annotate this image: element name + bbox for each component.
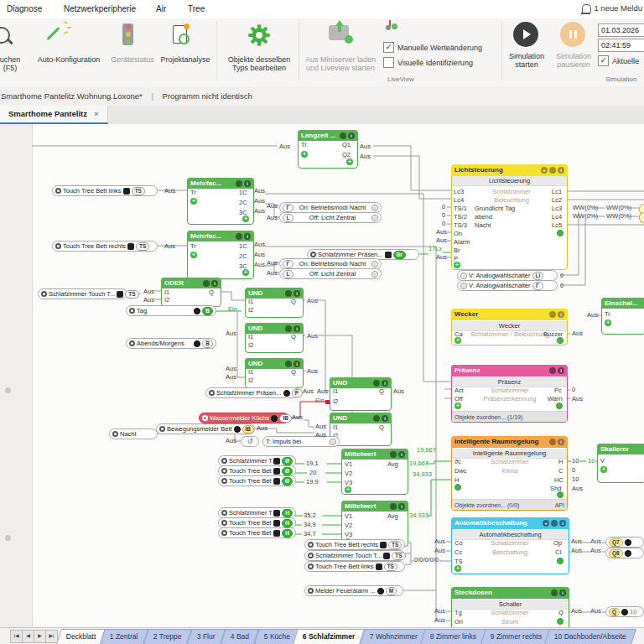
info-icon[interactable]: i bbox=[558, 367, 564, 374]
add-input-icon[interactable]: + bbox=[600, 466, 607, 473]
info-icon[interactable]: i bbox=[211, 280, 218, 287]
current-time-checkbox[interactable]: ✓ bbox=[598, 55, 609, 66]
ref-actuator-q[interactable]: Q 10 bbox=[605, 606, 644, 617]
config-icon[interactable] bbox=[549, 367, 556, 374]
simulation-pause-button[interactable]: Simulationpausieren bbox=[552, 52, 595, 69]
info-icon[interactable]: i bbox=[244, 233, 251, 240]
menu-diagnose[interactable]: Diagnose bbox=[7, 4, 42, 13]
ref-timer-icon[interactable]: ↺ bbox=[241, 436, 259, 447]
add-input-icon[interactable]: + bbox=[454, 565, 461, 572]
add-input-icon[interactable]: + bbox=[345, 486, 351, 493]
simulation-time-field[interactable]: 02:41:59 bbox=[598, 39, 644, 52]
add-output-icon[interactable]: + bbox=[242, 269, 249, 276]
ref-timer-impuls[interactable]: T: Impuls bei i bbox=[262, 436, 340, 447]
ref-touch-tree-bett-links[interactable]: Touch Tree Bett links TS bbox=[52, 185, 158, 196]
ref-bewegungsmelder-bett[interactable]: Bewegungsmelder Bett IB bbox=[156, 423, 255, 434]
config-icon[interactable] bbox=[390, 451, 397, 458]
add-input-icon[interactable]: + bbox=[605, 319, 611, 326]
add-icon[interactable]: + bbox=[541, 167, 548, 174]
ref-wassermelder-kueche[interactable]: Wassermelder Küche IB bbox=[199, 413, 289, 423]
assign-objects-footer[interactable]: Objekte zuordnen... (0/0)API bbox=[452, 499, 567, 510]
visual-identification-row[interactable]: Visuelle Identifizierung bbox=[383, 57, 473, 68]
add-input-icon[interactable]: + bbox=[190, 252, 197, 258]
info-icon[interactable]: i bbox=[558, 311, 564, 318]
config-icon[interactable] bbox=[373, 415, 380, 422]
config-icon[interactable] bbox=[549, 311, 556, 318]
edit-objects-button[interactable]: Objekte desselbenTyps bearbeiten bbox=[218, 55, 300, 72]
ref-tag[interactable]: Tag B bbox=[126, 305, 216, 316]
sheet-tab-1-zentral[interactable]: 1 Zentral bbox=[100, 629, 148, 644]
ref-analogwahlschalter-gamma[interactable]: i V: Analogwahlschalter Γ bbox=[457, 280, 558, 291]
ref-touch-rechts-humidity[interactable]: Touch Tree Bett rechts H bbox=[218, 527, 296, 538]
info-icon[interactable]: i bbox=[382, 380, 388, 387]
add-input-icon[interactable]: + bbox=[454, 337, 461, 344]
config-icon[interactable] bbox=[285, 290, 292, 297]
simulation-pause-icon[interactable] bbox=[560, 22, 585, 47]
info-icon[interactable]: i bbox=[244, 180, 251, 187]
auto-config-button[interactable]: Auto-Konfiguration bbox=[29, 55, 109, 64]
assign-objects-footer[interactable]: Objekte zuordnen... (1/19) bbox=[452, 411, 567, 422]
visual-identification-checkbox[interactable] bbox=[383, 57, 394, 68]
info-icon[interactable]: i bbox=[293, 361, 300, 367]
project-analysis-button[interactable]: Projektanalyse bbox=[156, 55, 215, 64]
ref-touch-links-ts[interactable]: Touch Tree Bett links TS bbox=[304, 561, 405, 572]
ref-mode-off-licht[interactable]: L Off: Licht Zentral i bbox=[279, 212, 382, 223]
config-icon[interactable] bbox=[285, 325, 292, 332]
config-icon[interactable] bbox=[549, 167, 556, 174]
config-icon[interactable] bbox=[236, 233, 242, 240]
manual-value-checkbox[interactable]: ✓ bbox=[383, 42, 394, 53]
add-output-icon[interactable]: + bbox=[346, 158, 353, 165]
ref-schlafzimmer-praesenz-p[interactable]: Schlafzimmer Präsen... P bbox=[205, 387, 299, 398]
sheet-tab-8-zimmer-links[interactable]: 8 Zimmer links bbox=[420, 629, 486, 644]
config-icon[interactable] bbox=[551, 589, 558, 596]
simulation-start-button[interactable]: Simulationstarten bbox=[505, 52, 548, 69]
menu-air[interactable]: Air bbox=[156, 4, 166, 13]
info-icon[interactable]: i bbox=[348, 132, 355, 139]
manual-value-change-row[interactable]: ✓ Manuelle Werteänderung bbox=[383, 42, 482, 53]
search-icon[interactable] bbox=[0, 27, 10, 44]
add-input-icon[interactable]: + bbox=[301, 151, 308, 158]
search-button[interactable]: uchen(F5) bbox=[0, 55, 25, 72]
sheet-tab-3-flur[interactable]: 3 Flur bbox=[187, 629, 226, 644]
notification-badge[interactable]: 1 neue Meldu bbox=[582, 3, 642, 13]
config-icon[interactable] bbox=[549, 439, 556, 445]
config-icon[interactable] bbox=[203, 280, 210, 287]
sheet-tab-9-zimmer-rechts[interactable]: 9 Zimmer rechts bbox=[480, 629, 552, 644]
ref-mode-off-licht[interactable]: L Off: Licht Zentral i bbox=[279, 268, 382, 279]
sheet-tab-4-bad[interactable]: 4 Bad bbox=[221, 629, 259, 644]
config-icon[interactable] bbox=[340, 132, 346, 139]
ref-abends-morgens[interactable]: Abends/Morgens B bbox=[126, 338, 216, 349]
sheet-tab-deckblatt[interactable]: Deckblatt bbox=[56, 629, 106, 644]
device-status-button[interactable]: Gerätestatus bbox=[107, 55, 158, 64]
add-icon[interactable]: + bbox=[543, 520, 549, 527]
nav-next-button[interactable]: ▶ bbox=[34, 630, 46, 643]
nav-first-button[interactable]: |◀ bbox=[10, 630, 23, 643]
add-input-icon[interactable]: + bbox=[454, 402, 461, 409]
info-icon[interactable]: i bbox=[558, 439, 564, 445]
load-from-miniserver-button[interactable]: Aus Miniserver ladenund Liveview starten bbox=[302, 55, 379, 72]
sheet-tab-10-dachboden[interactable]: 10 Dachboden/Abseite bbox=[544, 629, 636, 644]
info-icon[interactable]: i bbox=[293, 325, 300, 332]
config-icon[interactable] bbox=[236, 180, 242, 187]
ref-schlafzimmer-touch[interactable]: Schlafzimmer Touch T... TS bbox=[38, 288, 127, 299]
simulation-date-field[interactable]: 01.03.2026 bbox=[598, 23, 644, 37]
info-icon[interactable]: i bbox=[382, 415, 388, 422]
sheet-tab-6-schlafzimmer[interactable]: 6 Schlafzimmer bbox=[293, 629, 365, 644]
ref-schlafzimmer-touch-ts[interactable]: Schlafzimmer Touch T... TS bbox=[304, 550, 405, 561]
add-input-icon[interactable]: + bbox=[454, 262, 460, 268]
info-icon[interactable]: i bbox=[558, 167, 564, 174]
info-icon[interactable]: i bbox=[398, 451, 405, 458]
ref-touch-rechts-temp[interactable]: Touch Tree Bett rechts Ø bbox=[218, 475, 296, 486]
add-input-icon[interactable]: + bbox=[190, 198, 197, 205]
info-icon[interactable]: i bbox=[559, 589, 566, 596]
config-icon[interactable] bbox=[285, 361, 292, 367]
ref-touch-tree-bett-rechts[interactable]: Touch Tree Bett rechts TS bbox=[52, 241, 158, 252]
menu-netzwerkperipherie[interactable]: Netzwerkperipherie bbox=[64, 4, 136, 13]
ref-touch-rechts-ts[interactable]: Touch Tree Bett rechts TS bbox=[304, 539, 405, 550]
ref-actuator-q7[interactable]: Q7 bbox=[605, 537, 644, 548]
block-lichtsteuerung[interactable]: Lichtsteuerung+i Lichtsteuerung bbox=[451, 164, 568, 270]
menu-tree[interactable]: Tree bbox=[188, 4, 205, 13]
nav-last-button[interactable]: ▶| bbox=[45, 630, 58, 643]
current-time-row[interactable]: ✓ Aktuelle bbox=[598, 55, 639, 66]
close-icon[interactable]: × bbox=[94, 106, 99, 122]
